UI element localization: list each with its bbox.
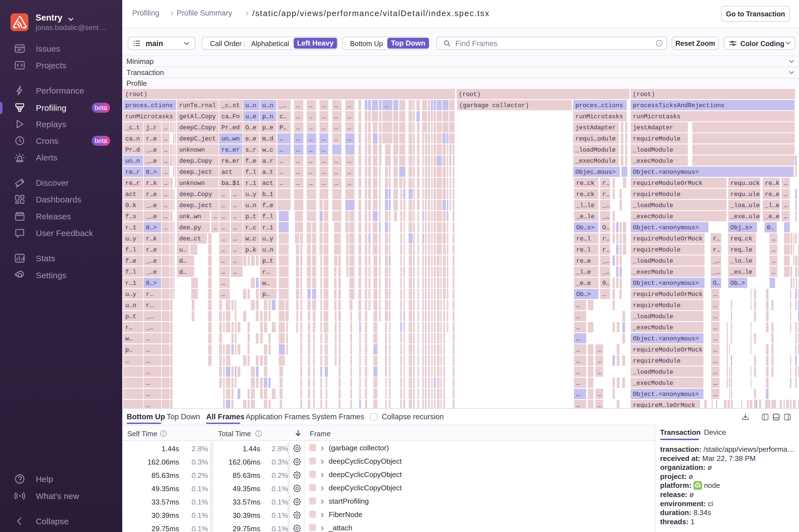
svg-text:…: … (296, 113, 300, 120)
svg-text:…: … (334, 102, 338, 109)
svg-text:O…: O… (713, 280, 720, 287)
svg-text:…: … (348, 169, 351, 176)
svg-text:_…e: _…e (146, 258, 157, 265)
svg-text:…: … (598, 358, 601, 365)
svg-text:c…: c… (279, 113, 287, 120)
svg-text:…: … (602, 291, 606, 298)
svg-text:act: act (125, 191, 136, 198)
svg-text:requireModule: requireModule (633, 191, 681, 198)
svg-text:r…: r… (262, 269, 270, 276)
svg-text:r…: r… (602, 235, 610, 242)
svg-text:requireModule: requireModule (633, 302, 681, 309)
svg-text:…: … (576, 324, 580, 331)
svg-text:requireModuleOrMock: requireModuleOrMock (633, 291, 703, 298)
svg-text:…: … (221, 269, 225, 276)
svg-text:_e…e: _e…e (576, 280, 591, 287)
svg-text:requi…odule: requi…odule (575, 135, 616, 142)
svg-text:runMicrotasks: runMicrotasks (125, 113, 173, 120)
svg-text:requireModule: requireModule (633, 358, 681, 365)
svg-text:runMicrotasks: runMicrotasks (575, 113, 623, 120)
svg-text:re…l: re…l (576, 247, 591, 253)
svg-text:…: … (348, 102, 351, 109)
svg-text:deep…ject: deep…ject (179, 202, 212, 209)
svg-text:r…k: r…k (146, 180, 157, 187)
svg-text:Ob…>: Ob…> (576, 291, 591, 298)
svg-text:r…: r… (602, 191, 610, 198)
svg-text:0…>: 0…> (146, 169, 157, 176)
svg-text:p…: p… (125, 346, 132, 354)
svg-text:…: … (713, 336, 717, 342)
svg-text:…: … (146, 336, 149, 342)
svg-text:Obj…s>: Obj…s> (730, 224, 752, 231)
svg-text:_loadModule: _loadModule (575, 147, 616, 154)
svg-text:re…r: re…r (125, 169, 140, 176)
svg-text:proces…ctions: proces…ctions (125, 102, 173, 109)
svg-text:u…y: u…y (125, 235, 136, 242)
svg-text:…: … (713, 391, 717, 398)
svg-text:…: … (146, 346, 149, 354)
svg-text:…: … (296, 125, 300, 131)
svg-text:…: … (334, 158, 338, 165)
svg-text:u…n: u…n (245, 202, 256, 209)
svg-text:Objec…mous>: Objec…mous> (575, 169, 616, 176)
svg-text:…: … (322, 135, 325, 142)
svg-text:_execModule: _execModule (575, 158, 616, 165)
svg-text:…: … (576, 391, 580, 398)
svg-text:jestAdapter: jestAdapter (575, 125, 616, 131)
svg-text:_ex…le: _ex…le (730, 269, 752, 276)
svg-text:_execModule: _execModule (633, 158, 673, 165)
svg-text:u…n: u…n (125, 302, 136, 309)
svg-text:…: … (233, 258, 237, 265)
svg-text:re…r: re…r (125, 180, 140, 187)
svg-text:…: … (146, 402, 149, 408)
svg-text:(root): (root) (459, 91, 481, 98)
svg-text:…: … (221, 280, 225, 287)
svg-text:requireModule: requireModule (633, 247, 681, 253)
svg-text:…: … (772, 247, 775, 253)
svg-text:re…ck: re…ck (576, 191, 595, 198)
svg-text:…: … (233, 235, 237, 242)
svg-text:w…: w… (125, 336, 132, 342)
svg-text:_l…e: _l…e (765, 202, 780, 209)
svg-text:f…l: f…l (125, 269, 136, 276)
svg-text:(root): (root) (125, 91, 147, 98)
svg-text:deepC…Copy: deepC…Copy (179, 125, 216, 131)
svg-text:O…: O… (602, 224, 610, 231)
svg-text:…: … (213, 224, 217, 231)
svg-text:…: … (576, 402, 580, 408)
svg-text:b…1: b…1 (262, 191, 273, 198)
svg-text:…: … (233, 247, 237, 253)
svg-text:…: … (221, 291, 225, 298)
svg-text:…: … (784, 191, 787, 198)
svg-text:…: … (296, 158, 300, 165)
svg-text:_execModule: _execModule (633, 380, 673, 387)
svg-text:Pr…ed: Pr…ed (221, 125, 240, 131)
svg-text:proces…ctions: proces…ctions (575, 102, 623, 109)
svg-text:p…n: p…n (262, 113, 273, 120)
svg-text:…: … (322, 180, 325, 187)
svg-text:…: … (221, 202, 225, 209)
svg-text:…: … (598, 391, 601, 398)
svg-text:…: … (348, 113, 351, 120)
svg-text:0…k: 0…k (125, 202, 136, 209)
svg-text:p…t: p…t (245, 213, 256, 220)
svg-text:_e…e: _e…e (765, 213, 780, 220)
svg-text:…: … (348, 135, 351, 142)
svg-text:unk…wn: unk…wn (179, 213, 201, 220)
svg-text:f…e: f…e (125, 258, 136, 265)
svg-text:_…e: _…e (146, 147, 157, 154)
svg-text:…: … (233, 213, 237, 220)
svg-text:…: … (576, 302, 580, 309)
svg-text:u…n: u…n (245, 102, 256, 109)
svg-text:requ…ock: requ…ock (730, 180, 760, 187)
svg-text:…: … (576, 358, 580, 365)
svg-text:…: … (713, 302, 717, 309)
svg-text:…: … (348, 125, 351, 131)
svg-text:…: … (164, 158, 168, 165)
svg-text:deep…Copy: deep…Copy (179, 158, 212, 165)
svg-text:jestAdapter: jestAdapter (633, 125, 673, 131)
svg-text:_loadModule: _loadModule (633, 202, 673, 209)
svg-text:…: … (576, 313, 580, 320)
svg-text:…: … (576, 380, 580, 387)
svg-text:f…e: f…e (245, 158, 256, 165)
